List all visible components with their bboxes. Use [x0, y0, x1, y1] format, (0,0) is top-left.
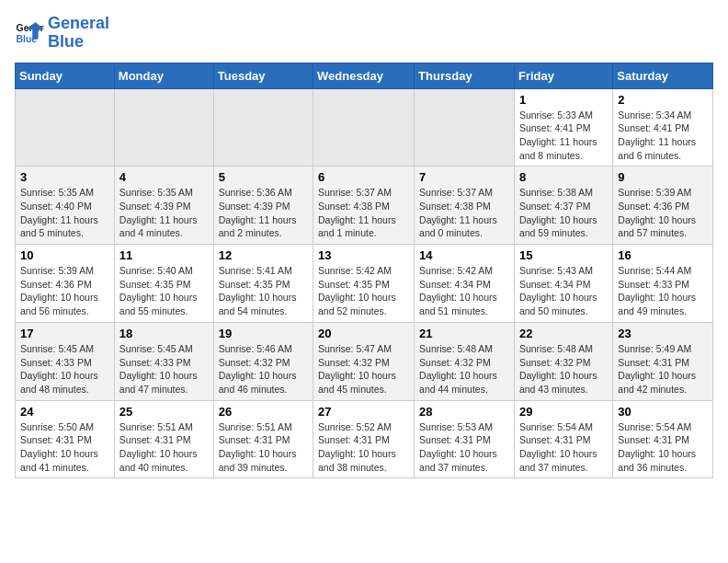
cell-info: Sunrise: 5:43 AM Sunset: 4:34 PM Dayligh… — [519, 264, 608, 318]
day-number: 22 — [519, 327, 608, 340]
calendar-week-row: 1Sunrise: 5:33 AM Sunset: 4:41 PM Daylig… — [16, 88, 713, 167]
cell-info: Sunrise: 5:39 AM Sunset: 4:36 PM Dayligh… — [618, 186, 708, 240]
calendar-cell: 3Sunrise: 5:35 AM Sunset: 4:40 PM Daylig… — [16, 167, 115, 245]
calendar-week-row: 24Sunrise: 5:50 AM Sunset: 4:31 PM Dayli… — [16, 400, 713, 478]
cell-info: Sunrise: 5:47 AM Sunset: 4:32 PM Dayligh… — [318, 342, 409, 396]
day-number: 20 — [318, 327, 409, 340]
day-number: 28 — [419, 405, 509, 419]
weekday-header: Tuesday — [213, 63, 313, 88]
page-header: General Blue GeneralBlue — [15, 15, 713, 52]
calendar-cell: 23Sunrise: 5:49 AM Sunset: 4:31 PM Dayli… — [613, 322, 713, 400]
calendar-cell: 22Sunrise: 5:48 AM Sunset: 4:32 PM Dayli… — [514, 322, 612, 400]
weekday-header: Wednesday — [313, 63, 415, 88]
calendar-cell: 18Sunrise: 5:45 AM Sunset: 4:33 PM Dayli… — [114, 322, 213, 400]
weekday-header: Thursday — [415, 63, 515, 88]
day-number: 25 — [119, 405, 209, 419]
calendar-cell: 24Sunrise: 5:50 AM Sunset: 4:31 PM Dayli… — [16, 400, 115, 478]
calendar-week-row: 10Sunrise: 5:39 AM Sunset: 4:36 PM Dayli… — [16, 245, 713, 323]
cell-info: Sunrise: 5:42 AM Sunset: 4:35 PM Dayligh… — [318, 264, 409, 318]
calendar-cell: 9Sunrise: 5:39 AM Sunset: 4:36 PM Daylig… — [613, 167, 713, 245]
calendar-cell: 12Sunrise: 5:41 AM Sunset: 4:35 PM Dayli… — [213, 245, 313, 323]
day-number: 10 — [20, 248, 109, 262]
day-number: 19 — [219, 327, 308, 340]
cell-info: Sunrise: 5:33 AM Sunset: 4:41 PM Dayligh… — [519, 109, 608, 163]
day-number: 27 — [318, 405, 409, 419]
calendar-cell: 13Sunrise: 5:42 AM Sunset: 4:35 PM Dayli… — [313, 245, 415, 323]
cell-info: Sunrise: 5:37 AM Sunset: 4:38 PM Dayligh… — [419, 186, 509, 240]
cell-info: Sunrise: 5:37 AM Sunset: 4:38 PM Dayligh… — [318, 186, 409, 240]
cell-info: Sunrise: 5:54 AM Sunset: 4:31 PM Dayligh… — [519, 420, 608, 475]
day-number: 13 — [318, 248, 409, 262]
calendar-cell: 25Sunrise: 5:51 AM Sunset: 4:31 PM Dayli… — [114, 400, 213, 478]
calendar-cell: 19Sunrise: 5:46 AM Sunset: 4:32 PM Dayli… — [213, 322, 313, 400]
calendar-cell: 29Sunrise: 5:54 AM Sunset: 4:31 PM Dayli… — [514, 400, 612, 478]
day-number: 12 — [219, 248, 308, 262]
calendar-cell: 17Sunrise: 5:45 AM Sunset: 4:33 PM Dayli… — [16, 322, 115, 400]
cell-info: Sunrise: 5:50 AM Sunset: 4:31 PM Dayligh… — [20, 420, 109, 475]
day-number: 29 — [519, 405, 608, 419]
cell-info: Sunrise: 5:52 AM Sunset: 4:31 PM Dayligh… — [318, 420, 409, 475]
cell-info: Sunrise: 5:41 AM Sunset: 4:35 PM Dayligh… — [219, 264, 308, 318]
cell-info: Sunrise: 5:48 AM Sunset: 4:32 PM Dayligh… — [519, 342, 608, 396]
calendar-cell: 8Sunrise: 5:38 AM Sunset: 4:37 PM Daylig… — [514, 167, 612, 245]
calendar-cell: 30Sunrise: 5:54 AM Sunset: 4:31 PM Dayli… — [613, 400, 713, 478]
calendar-cell — [16, 88, 115, 167]
day-number: 3 — [20, 170, 109, 184]
calendar-cell: 7Sunrise: 5:37 AM Sunset: 4:38 PM Daylig… — [415, 167, 515, 245]
calendar-table: SundayMondayTuesdayWednesdayThursdayFrid… — [15, 63, 713, 479]
day-number: 24 — [20, 405, 109, 419]
cell-info: Sunrise: 5:48 AM Sunset: 4:32 PM Dayligh… — [419, 342, 509, 396]
cell-info: Sunrise: 5:45 AM Sunset: 4:33 PM Dayligh… — [20, 342, 109, 396]
cell-info: Sunrise: 5:46 AM Sunset: 4:32 PM Dayligh… — [219, 342, 308, 396]
calendar-cell: 6Sunrise: 5:37 AM Sunset: 4:38 PM Daylig… — [313, 167, 415, 245]
day-number: 23 — [618, 327, 708, 340]
day-number: 14 — [419, 248, 509, 262]
day-number: 17 — [20, 327, 109, 340]
cell-info: Sunrise: 5:51 AM Sunset: 4:31 PM Dayligh… — [119, 420, 209, 475]
calendar-cell: 20Sunrise: 5:47 AM Sunset: 4:32 PM Dayli… — [313, 322, 415, 400]
calendar-cell: 14Sunrise: 5:42 AM Sunset: 4:34 PM Dayli… — [415, 245, 515, 323]
cell-info: Sunrise: 5:49 AM Sunset: 4:31 PM Dayligh… — [618, 342, 708, 396]
cell-info: Sunrise: 5:51 AM Sunset: 4:31 PM Dayligh… — [219, 420, 308, 475]
day-number: 30 — [618, 405, 708, 419]
calendar-cell — [213, 88, 313, 167]
calendar-cell: 27Sunrise: 5:52 AM Sunset: 4:31 PM Dayli… — [313, 400, 415, 478]
day-number: 26 — [219, 405, 308, 419]
day-number: 11 — [119, 248, 209, 262]
cell-info: Sunrise: 5:35 AM Sunset: 4:39 PM Dayligh… — [119, 186, 209, 240]
day-number: 16 — [618, 248, 708, 262]
logo-text: GeneralBlue — [48, 15, 109, 52]
day-number: 15 — [519, 248, 608, 262]
day-number: 1 — [519, 93, 608, 107]
weekday-header-row: SundayMondayTuesdayWednesdayThursdayFrid… — [16, 63, 713, 88]
day-number: 2 — [618, 93, 708, 107]
cell-info: Sunrise: 5:35 AM Sunset: 4:40 PM Dayligh… — [20, 186, 109, 240]
weekday-header: Sunday — [16, 63, 115, 88]
calendar-cell: 15Sunrise: 5:43 AM Sunset: 4:34 PM Dayli… — [514, 245, 612, 323]
weekday-header: Saturday — [613, 63, 713, 88]
day-number: 7 — [419, 170, 509, 184]
cell-info: Sunrise: 5:38 AM Sunset: 4:37 PM Dayligh… — [519, 186, 608, 240]
logo: General Blue GeneralBlue — [15, 15, 109, 52]
cell-info: Sunrise: 5:53 AM Sunset: 4:31 PM Dayligh… — [419, 420, 509, 475]
cell-info: Sunrise: 5:54 AM Sunset: 4:31 PM Dayligh… — [618, 420, 708, 475]
calendar-cell: 28Sunrise: 5:53 AM Sunset: 4:31 PM Dayli… — [415, 400, 515, 478]
cell-info: Sunrise: 5:45 AM Sunset: 4:33 PM Dayligh… — [119, 342, 209, 396]
cell-info: Sunrise: 5:44 AM Sunset: 4:33 PM Dayligh… — [618, 264, 708, 318]
calendar-cell: 16Sunrise: 5:44 AM Sunset: 4:33 PM Dayli… — [613, 245, 713, 323]
cell-info: Sunrise: 5:34 AM Sunset: 4:41 PM Dayligh… — [618, 109, 708, 163]
cell-info: Sunrise: 5:39 AM Sunset: 4:36 PM Dayligh… — [20, 264, 109, 318]
calendar-cell: 11Sunrise: 5:40 AM Sunset: 4:35 PM Dayli… — [114, 245, 213, 323]
calendar-cell: 2Sunrise: 5:34 AM Sunset: 4:41 PM Daylig… — [613, 88, 713, 167]
cell-info: Sunrise: 5:42 AM Sunset: 4:34 PM Dayligh… — [419, 264, 509, 318]
cell-info: Sunrise: 5:36 AM Sunset: 4:39 PM Dayligh… — [219, 186, 308, 240]
cell-info: Sunrise: 5:40 AM Sunset: 4:35 PM Dayligh… — [119, 264, 209, 318]
calendar-cell: 26Sunrise: 5:51 AM Sunset: 4:31 PM Dayli… — [213, 400, 313, 478]
calendar-cell — [114, 88, 213, 167]
calendar-week-row: 3Sunrise: 5:35 AM Sunset: 4:40 PM Daylig… — [16, 167, 713, 245]
day-number: 6 — [318, 170, 409, 184]
calendar-cell: 21Sunrise: 5:48 AM Sunset: 4:32 PM Dayli… — [415, 322, 515, 400]
logo-icon: General Blue — [15, 18, 44, 48]
day-number: 8 — [519, 170, 608, 184]
weekday-header: Monday — [114, 63, 213, 88]
